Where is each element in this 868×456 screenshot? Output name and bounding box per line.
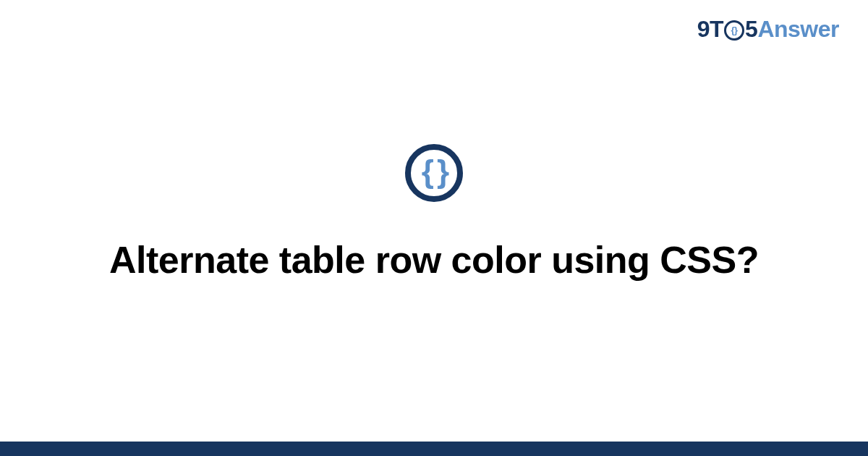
footer-accent-bar (0, 442, 868, 456)
question-title: Alternate table row color using CSS? (109, 237, 759, 284)
brand-suffix: Answer (757, 16, 839, 43)
code-braces-icon: { } (405, 144, 463, 202)
braces-glyph: { } (422, 156, 446, 187)
brand-prefix: 9T (697, 16, 723, 43)
main-content: { } Alternate table row color using CSS? (0, 0, 868, 456)
brand-mid: 5 (745, 16, 757, 43)
brand-circle-inner: {} (731, 25, 738, 35)
brand-logo: 9T {} 5 Answer (697, 16, 839, 43)
brand-circle-icon: {} (724, 20, 744, 41)
